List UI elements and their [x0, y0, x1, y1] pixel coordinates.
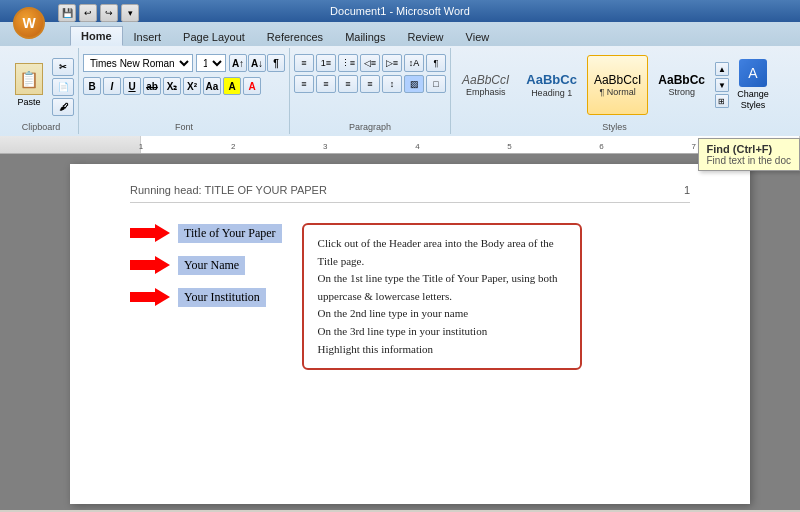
- document-area[interactable]: Running head: TITLE OF YOUR PAPER 1 Titl…: [20, 154, 800, 510]
- name-item: Your Name: [130, 255, 282, 275]
- doc-left-column: Title of Your Paper Your Name: [130, 223, 282, 370]
- main-area: Running head: TITLE OF YOUR PAPER 1 Titl…: [0, 154, 800, 510]
- redo-quick-btn[interactable]: ↪: [100, 4, 118, 22]
- font-group: Times New Roman 12 A↑ A↓ ¶ B I U ab: [79, 48, 290, 134]
- ribbon-tabs: Home Insert Page Layout References Maili…: [0, 22, 800, 46]
- format-painter-button[interactable]: 🖌: [52, 98, 74, 116]
- sidebar: [0, 154, 20, 510]
- more-quick-btn[interactable]: ▾: [121, 4, 139, 22]
- save-quick-btn[interactable]: 💾: [58, 4, 76, 22]
- align-left-btn[interactable]: ≡: [294, 75, 314, 93]
- clipboard-label: Clipboard: [8, 120, 74, 132]
- underline-button[interactable]: U: [123, 77, 141, 95]
- ruler: 1 2 3 4 5 6 7: [0, 136, 800, 154]
- tab-mailings[interactable]: Mailings: [334, 27, 396, 46]
- instruction-box: Click out of the Header area into the Bo…: [302, 223, 582, 370]
- font-color-btn[interactable]: A: [243, 77, 261, 95]
- text-effects-btn[interactable]: Aa: [203, 77, 221, 95]
- find-tooltip-desc: Find text in the doc: [707, 155, 792, 166]
- styles-scroll-up[interactable]: ▲: [715, 62, 729, 76]
- style-emphasis-preview: AaBbCcI: [462, 73, 509, 87]
- svg-marker-0: [130, 224, 170, 242]
- style-heading1-label: Heading 1: [531, 88, 572, 98]
- title-arrow: [130, 223, 170, 243]
- bold-button[interactable]: B: [83, 77, 101, 95]
- copy-button[interactable]: 📄: [52, 78, 74, 96]
- change-styles-label: ChangeStyles: [737, 89, 769, 111]
- align-buttons-row: ≡ ≡ ≡ ≡ ↕ ▨ □: [294, 75, 446, 93]
- style-strong-preview: AaBbCc: [658, 73, 705, 87]
- page-header: Running head: TITLE OF YOUR PAPER 1: [130, 184, 690, 203]
- svg-marker-2: [130, 288, 170, 306]
- justify-btn[interactable]: ≡: [360, 75, 380, 93]
- ruler-mark-3: 4: [415, 142, 419, 151]
- shading-btn[interactable]: ▨: [404, 75, 424, 93]
- tab-view[interactable]: View: [455, 27, 501, 46]
- decrease-font-btn[interactable]: A↓: [248, 54, 266, 72]
- style-heading1-preview: AaBbCc: [526, 72, 577, 88]
- multilevel-btn[interactable]: ⋮≡: [338, 54, 358, 72]
- border-btn[interactable]: □: [426, 75, 446, 93]
- strikethrough-button[interactable]: ab: [143, 77, 161, 95]
- superscript-button[interactable]: X²: [183, 77, 201, 95]
- style-strong-btn[interactable]: AaBbCc Strong: [651, 55, 712, 115]
- ribbon-content: 📋 Paste ✂ 📄 🖌 Clipboard Times New Roman: [0, 46, 800, 136]
- sort-btn[interactable]: ↕A: [404, 54, 424, 72]
- ruler-mark-6: 7: [691, 142, 695, 151]
- styles-scroll-down[interactable]: ▼: [715, 78, 729, 92]
- align-center-btn[interactable]: ≡: [316, 75, 336, 93]
- numbering-btn[interactable]: 1≡: [316, 54, 336, 72]
- paragraph-group: ≡ 1≡ ⋮≡ ◁≡ ▷≡ ↕A ¶ ≡ ≡ ≡ ≡ ↕ ▨ □: [290, 48, 451, 134]
- style-heading1-btn[interactable]: AaBbCc Heading 1: [519, 55, 584, 115]
- undo-quick-btn[interactable]: ↩: [79, 4, 97, 22]
- font-size-btns: A↑ A↓ ¶: [229, 54, 285, 72]
- show-marks-btn[interactable]: ¶: [426, 54, 446, 72]
- styles-group: AaBbCcI Emphasis AaBbCc Heading 1 AaBbCc…: [451, 48, 778, 134]
- paste-button[interactable]: 📋 Paste: [8, 58, 50, 112]
- style-strong-label: Strong: [668, 87, 695, 97]
- list-buttons-row: ≡ 1≡ ⋮≡ ◁≡ ▷≡ ↕A ¶: [294, 54, 446, 72]
- style-normal-preview: AaBbCcI: [594, 73, 641, 87]
- font-name-select[interactable]: Times New Roman: [83, 54, 193, 72]
- styles-expand[interactable]: ⊞: [715, 94, 729, 108]
- page-number: 1: [684, 184, 690, 196]
- svg-marker-1: [130, 256, 170, 274]
- tab-insert[interactable]: Insert: [123, 27, 173, 46]
- font-size-select[interactable]: 12: [196, 54, 226, 72]
- align-right-btn[interactable]: ≡: [338, 75, 358, 93]
- line-spacing-btn[interactable]: ↕: [382, 75, 402, 93]
- highlight-btn[interactable]: A: [223, 77, 241, 95]
- ruler-mark-5: 6: [599, 142, 603, 151]
- cut-button[interactable]: ✂: [52, 58, 74, 76]
- instruction-text: Click out of the Header area into the Bo…: [318, 237, 558, 355]
- format-buttons-row: B I U ab X₂ X² Aa A A: [83, 77, 261, 95]
- decrease-indent-btn[interactable]: ◁≡: [360, 54, 380, 72]
- increase-font-btn[interactable]: A↑: [229, 54, 247, 72]
- subscript-button[interactable]: X₂: [163, 77, 181, 95]
- bullets-btn[interactable]: ≡: [294, 54, 314, 72]
- find-tooltip-title: Find (Ctrl+F): [707, 143, 792, 155]
- clear-format-btn[interactable]: ¶: [267, 54, 285, 72]
- title-text: Title of Your Paper: [178, 224, 282, 243]
- tab-review[interactable]: Review: [396, 27, 454, 46]
- office-logo[interactable]: W: [13, 7, 45, 39]
- paragraph-label: Paragraph: [294, 120, 446, 132]
- tab-references[interactable]: References: [256, 27, 334, 46]
- tab-home[interactable]: Home: [70, 26, 123, 46]
- office-button[interactable]: W: [0, 0, 58, 46]
- institution-text: Your Institution: [178, 288, 266, 307]
- change-styles-button[interactable]: A ChangeStyles: [732, 54, 774, 116]
- institution-arrow: [130, 287, 170, 307]
- page: Running head: TITLE OF YOUR PAPER 1 Titl…: [70, 164, 750, 504]
- italic-button[interactable]: I: [103, 77, 121, 95]
- style-normal-btn[interactable]: AaBbCcI ¶ Normal: [587, 55, 648, 115]
- title-text: Document1 - Microsoft Word: [330, 5, 470, 17]
- style-emphasis-btn[interactable]: AaBbCcI Emphasis: [455, 55, 516, 115]
- increase-indent-btn[interactable]: ▷≡: [382, 54, 402, 72]
- ruler-mark-4: 5: [507, 142, 511, 151]
- name-arrow: [130, 255, 170, 275]
- institution-item: Your Institution: [130, 287, 282, 307]
- tab-page-layout[interactable]: Page Layout: [172, 27, 256, 46]
- ruler-mark-2: 3: [323, 142, 327, 151]
- ruler-mark-1: 2: [231, 142, 235, 151]
